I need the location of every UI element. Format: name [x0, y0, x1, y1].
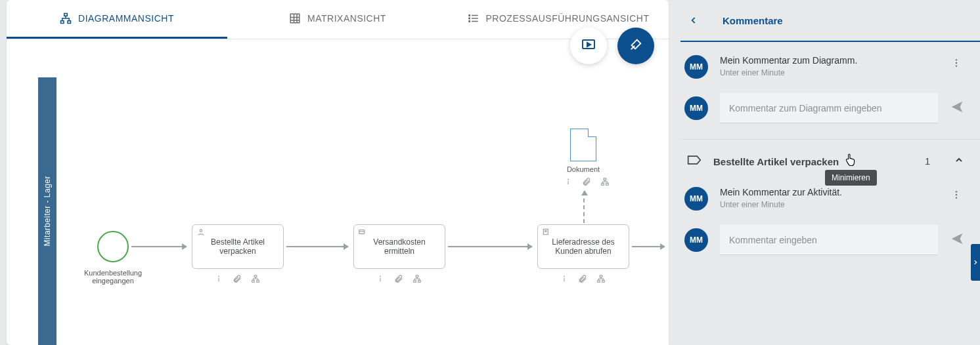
- svg-rect-1: [61, 21, 64, 24]
- svg-point-15: [380, 276, 381, 277]
- svg-rect-16: [380, 278, 380, 281]
- svg-point-9: [218, 276, 219, 277]
- avatar: MM: [684, 187, 708, 211]
- hierarchy-icon[interactable]: [596, 274, 606, 286]
- comment-menu-button[interactable]: [948, 187, 964, 205]
- send-button[interactable]: [950, 100, 964, 117]
- attachment-icon[interactable]: [578, 274, 587, 286]
- diagram-canvas[interactable]: Mitarbeiter - Lager Kundenbestellung ein…: [38, 77, 669, 345]
- activity-count: 1: [925, 156, 930, 167]
- comment-item: MM Mein Kommentar zur Aktivität. Unter e…: [680, 174, 980, 217]
- svg-point-33: [956, 65, 957, 66]
- float-buttons: [570, 28, 654, 64]
- presentation-button[interactable]: [570, 28, 607, 64]
- task-toolbar: [376, 274, 422, 286]
- activity-comment-input[interactable]: [720, 225, 938, 255]
- info-icon[interactable]: [564, 177, 573, 189]
- tools-icon: [629, 37, 643, 54]
- task-label: Bestellte Artikel verpacken: [199, 237, 277, 256]
- attachment-icon[interactable]: [582, 177, 591, 189]
- sequence-flow: [448, 246, 532, 247]
- svg-point-26: [568, 179, 569, 180]
- document-toolbar: [564, 177, 610, 189]
- tab-label: PROZESSAUSFÜHRUNGSANSICHT: [486, 13, 650, 24]
- svg-rect-12: [252, 280, 255, 282]
- hierarchy-icon[interactable]: [600, 177, 610, 189]
- diagram-comment-input[interactable]: [720, 93, 938, 123]
- lane-header: Mitarbeiter - Lager: [38, 77, 56, 345]
- comment-menu-button[interactable]: [948, 55, 964, 73]
- form-icon: [542, 228, 550, 234]
- svg-rect-3: [290, 14, 300, 23]
- association-flow: [583, 192, 585, 223]
- info-icon[interactable]: [560, 274, 569, 286]
- attachment-icon[interactable]: [394, 274, 403, 286]
- task-node[interactable]: Versandkosten ermitteln: [353, 224, 445, 269]
- activity-icon: [687, 154, 702, 169]
- task-toolbar: [214, 274, 260, 286]
- send-button[interactable]: [950, 232, 964, 249]
- svg-rect-17: [416, 275, 418, 277]
- comment-item: MM Mein Kommentar zum Diagramm. Unter ei…: [680, 42, 980, 85]
- document-artifact[interactable]: [570, 129, 596, 161]
- sitemap-icon: [60, 12, 72, 24]
- svg-point-6: [468, 21, 470, 22]
- svg-rect-19: [418, 280, 421, 282]
- hierarchy-icon[interactable]: [412, 274, 422, 286]
- grid-icon: [289, 12, 301, 24]
- sequence-flow: [286, 246, 348, 247]
- task-node[interactable]: Bestellte Artikel verpacken: [192, 224, 284, 269]
- start-event-label: Kundenbestellung eingegangen: [74, 269, 152, 285]
- sequence-flow: [131, 246, 187, 247]
- edit-button[interactable]: [617, 28, 654, 64]
- avatar: MM: [684, 55, 708, 79]
- attachment-icon[interactable]: [233, 274, 242, 286]
- task-label: Versandkosten ermitteln: [361, 237, 438, 256]
- info-icon[interactable]: [376, 274, 385, 286]
- tab-diagram-view[interactable]: DIAGRAMMANSICHT: [7, 0, 227, 39]
- tab-matrix-view[interactable]: MATRIXANSICHT: [227, 0, 448, 39]
- hierarchy-icon[interactable]: [251, 274, 260, 286]
- svg-rect-25: [602, 280, 605, 282]
- task-node[interactable]: Lieferadresse des Kunden abrufen: [537, 224, 629, 269]
- svg-point-35: [956, 194, 957, 195]
- start-event[interactable]: [97, 231, 129, 262]
- svg-point-4: [468, 15, 470, 16]
- svg-rect-22: [564, 278, 564, 281]
- svg-rect-10: [218, 278, 219, 281]
- svg-rect-28: [604, 178, 606, 180]
- diagram-comment-input-row: MM: [680, 85, 980, 136]
- svg-point-34: [956, 191, 957, 192]
- list-icon: [468, 12, 479, 24]
- tab-label: MATRIXANSICHT: [307, 13, 386, 24]
- comment-text: Mein Kommentar zur Aktivität.: [720, 187, 937, 197]
- svg-rect-0: [64, 14, 68, 16]
- svg-point-5: [468, 18, 470, 19]
- svg-rect-29: [602, 183, 604, 185]
- svg-rect-23: [600, 275, 602, 277]
- avatar: MM: [684, 228, 708, 252]
- svg-rect-27: [568, 181, 568, 184]
- document-label: Dokument: [557, 165, 610, 173]
- comment-text: Mein Kommentar zum Diagramm.: [720, 55, 937, 66]
- tab-label: DIAGRAMMANSICHT: [78, 13, 174, 24]
- svg-rect-14: [359, 230, 365, 234]
- svg-point-36: [956, 197, 957, 198]
- svg-point-32: [956, 62, 957, 64]
- main-panel: DIAGRAMMANSICHT MATRIXANSICHT PROZESSAUS…: [7, 0, 669, 345]
- back-button[interactable]: [684, 16, 703, 25]
- svg-rect-13: [257, 280, 259, 282]
- activity-comment-header[interactable]: Bestellte Artikel verpacken 1 Minimieren: [680, 140, 980, 174]
- task-toolbar: [560, 274, 606, 286]
- chevron-up-icon[interactable]: [954, 155, 964, 168]
- comments-header: Kommentare: [680, 0, 980, 42]
- info-icon[interactable]: [214, 274, 223, 286]
- svg-point-8: [200, 230, 202, 232]
- svg-rect-30: [606, 183, 609, 185]
- svg-point-31: [956, 59, 957, 60]
- sequence-flow: [632, 246, 665, 247]
- play-screen-icon: [581, 37, 596, 55]
- panel-collapse-tab[interactable]: [971, 244, 980, 281]
- lane-title: Mitarbeiter - Lager: [43, 176, 52, 247]
- avatar: MM: [684, 96, 708, 120]
